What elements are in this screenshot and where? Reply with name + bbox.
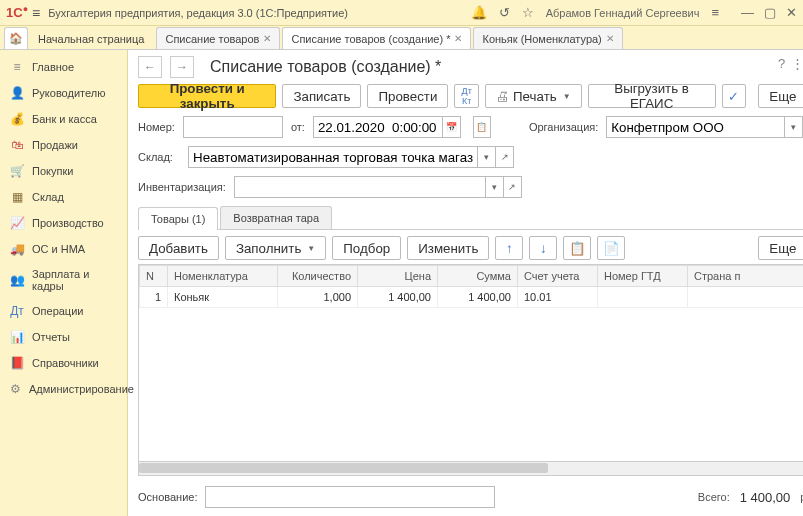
more-icon[interactable]: ⋮ (791, 56, 803, 71)
sidebar-item-admin[interactable]: ⚙Администрирование (0, 376, 127, 402)
sidebar-item-otchety[interactable]: 📊Отчеты (0, 324, 127, 350)
minimize-icon[interactable]: — (741, 5, 754, 20)
sidebar-item-spravochniki[interactable]: 📕Справочники (0, 350, 127, 376)
copy-button[interactable]: 📋 (563, 236, 591, 260)
date-input[interactable] (313, 116, 443, 138)
egais-button[interactable]: Выгрузить в ЕГАИС (588, 84, 716, 108)
sidebar-item-pokupki[interactable]: 🛒Покупки (0, 158, 127, 184)
bag-icon: 🛍 (10, 138, 24, 152)
grid-more-button[interactable]: Еще▼ (758, 236, 803, 260)
people-icon: 👥 (10, 273, 24, 287)
more-button[interactable]: Еще▼ (758, 84, 803, 108)
col-schet[interactable]: Счет учета (518, 266, 598, 287)
check-button[interactable]: ✓ (722, 84, 747, 108)
close-icon[interactable]: ✕ (786, 5, 797, 20)
zapolnit-button[interactable]: Заполнить▼ (225, 236, 326, 260)
home-tab[interactable]: 🏠 (4, 27, 28, 49)
col-nomen[interactable]: Номенклатура (168, 266, 278, 287)
cell-schet[interactable]: 10.01 (518, 287, 598, 308)
sklad-input[interactable] (188, 146, 478, 168)
provesti-zakryt-button[interactable]: Провести и закрыть (138, 84, 276, 108)
sidebar-item-prodazhi[interactable]: 🛍Продажи (0, 132, 127, 158)
col-strana[interactable]: Страна п (688, 266, 804, 287)
dobavit-button[interactable]: Добавить (138, 236, 219, 260)
cell-gtd[interactable] (598, 287, 688, 308)
bell-icon[interactable]: 🔔 (471, 5, 487, 20)
history-icon[interactable]: ↺ (499, 5, 510, 20)
tab-konyak[interactable]: Коньяк (Номенклатура)✕ (473, 27, 622, 49)
cell-n[interactable]: 1 (140, 287, 168, 308)
sklad-label: Склад: (138, 151, 180, 163)
star-icon[interactable]: ☆ (522, 5, 534, 20)
menu-icon[interactable]: ≡ (32, 5, 40, 21)
provesti-button[interactable]: Провести (367, 84, 448, 108)
sidebar-item-rukovoditelu[interactable]: 👤Руководителю (0, 80, 127, 106)
tab-close-icon[interactable]: ✕ (606, 33, 614, 44)
col-cena[interactable]: Цена (358, 266, 438, 287)
izmenit-button[interactable]: Изменить (407, 236, 489, 260)
help-icon[interactable]: ? (778, 56, 785, 71)
col-summa[interactable]: Сумма (438, 266, 518, 287)
check-icon: ✓ (728, 89, 739, 104)
maximize-icon[interactable]: ▢ (764, 5, 776, 20)
inv-open-button[interactable]: ↗ (504, 176, 522, 198)
settings-icon[interactable]: ≡ (711, 5, 719, 20)
start-page-tab[interactable]: Начальная страница (28, 29, 154, 49)
cell-kol[interactable]: 1,000 (278, 287, 358, 308)
vsego-value: 1 400,00 (740, 490, 791, 505)
table-row[interactable]: 1 Коньяк 1,000 1 400,00 1 400,00 10.01 (140, 287, 804, 308)
open-icon: ↗ (508, 182, 516, 192)
cell-cena[interactable]: 1 400,00 (358, 287, 438, 308)
sidebar-item-operacii[interactable]: ДтОперации (0, 298, 127, 324)
nomer-input[interactable] (183, 116, 283, 138)
back-button[interactable]: ← (138, 56, 162, 78)
col-kol[interactable]: Количество (278, 266, 358, 287)
sidebar-item-proizvodstvo[interactable]: 📈Производство (0, 210, 127, 236)
sklad-dropdown-button[interactable]: ▾ (478, 146, 496, 168)
nomer-label: Номер: (138, 121, 175, 133)
tab-close-icon[interactable]: ✕ (263, 33, 271, 44)
grid-header-row: N Номенклатура Количество Цена Сумма Сче… (140, 266, 804, 287)
user-label[interactable]: Абрамов Геннадий Сергеевич (546, 7, 700, 19)
subtab-tovary[interactable]: Товары (1) (138, 207, 218, 230)
pechat-button[interactable]: 🖨Печать▼ (485, 84, 582, 108)
sidebar-item-sklad[interactable]: ▦Склад (0, 184, 127, 210)
sidebar-item-bank[interactable]: 💰Банк и касса (0, 106, 127, 132)
move-up-button[interactable]: ↑ (495, 236, 523, 260)
copy-icon: 📋 (569, 241, 586, 256)
cell-summa[interactable]: 1 400,00 (438, 287, 518, 308)
osn-input[interactable] (205, 486, 495, 508)
scrollbar-thumb[interactable] (139, 463, 548, 473)
org-dropdown-button[interactable]: ▾ (785, 116, 803, 138)
cell-strana[interactable] (688, 287, 804, 308)
h-scrollbar[interactable] (138, 462, 803, 476)
sidebar-item-glavnoe[interactable]: ≡Главное (0, 54, 127, 80)
col-n[interactable]: N (140, 266, 168, 287)
paste-button[interactable]: 📄 (597, 236, 625, 260)
chevron-down-icon: ▾ (492, 182, 497, 192)
forward-button[interactable]: → (170, 56, 194, 78)
sidebar-item-zarplata[interactable]: 👥Зарплата и кадры (0, 262, 127, 298)
dtkt-button[interactable]: ДтКт (454, 84, 479, 108)
calendar-button[interactable]: 📅 (443, 116, 461, 138)
app-title: Бухгалтерия предприятия, редакция 3.0 (1… (48, 7, 470, 19)
grid[interactable]: N Номенклатура Количество Цена Сумма Сче… (138, 264, 803, 462)
tab-close-icon[interactable]: ✕ (454, 33, 462, 44)
open-icon: ↗ (501, 152, 509, 162)
sklad-open-button[interactable]: ↗ (496, 146, 514, 168)
move-down-button[interactable]: ↓ (529, 236, 557, 260)
chevron-down-icon: ▼ (307, 244, 315, 253)
tab-spisanie[interactable]: Списание товаров✕ (156, 27, 280, 49)
podbor-button[interactable]: Подбор (332, 236, 401, 260)
sidebar-item-os-nma[interactable]: 🚚ОС и НМА (0, 236, 127, 262)
link-button[interactable]: 📋 (473, 116, 491, 138)
inv-input[interactable] (234, 176, 486, 198)
zapisat-button[interactable]: Записать (282, 84, 361, 108)
tab-spisanie-create[interactable]: Списание товаров (создание) *✕ (282, 27, 471, 49)
cart-icon: 🛒 (10, 164, 24, 178)
inv-dropdown-button[interactable]: ▾ (486, 176, 504, 198)
col-gtd[interactable]: Номер ГТД (598, 266, 688, 287)
subtab-tara[interactable]: Возвратная тара (220, 206, 332, 229)
cell-nomen[interactable]: Коньяк (168, 287, 278, 308)
org-input[interactable] (606, 116, 785, 138)
